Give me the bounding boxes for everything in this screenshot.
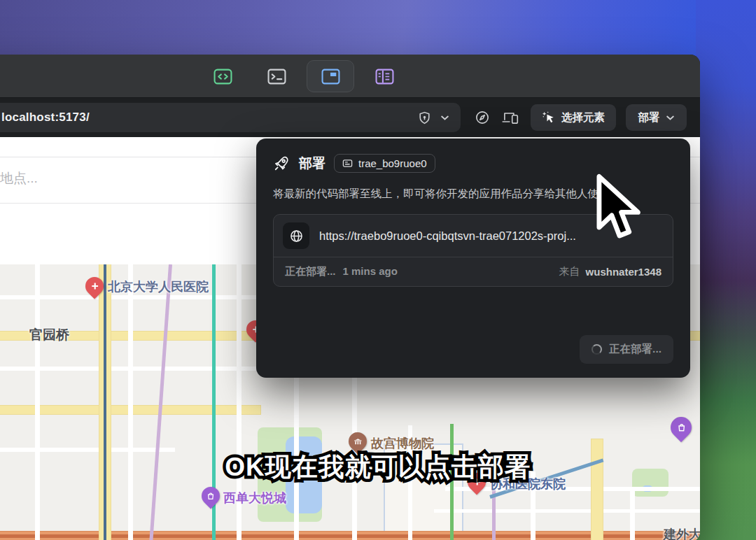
spinner-icon — [592, 344, 602, 355]
tab-details[interactable] — [370, 64, 398, 89]
deploy-popup: 部署 trae_bo9ruoe0 将最新的代码部署至线上，即可将你开发的应用作品… — [256, 138, 690, 378]
tab-preview[interactable] — [307, 60, 354, 92]
ide-view-toolbar — [0, 55, 700, 98]
address-bar-row: localhost:5173/ 选择元素 部署 — [0, 98, 700, 137]
deploy-button-label: 部署 — [638, 111, 660, 125]
deploying-button[interactable]: 正在部署... — [580, 335, 673, 364]
from-label: 来自 — [559, 265, 580, 278]
deployment-status-row: 正在部署... 1 mins ago 来自 wushnater1348 — [274, 257, 673, 286]
shopping-pin-icon[interactable] — [198, 483, 224, 509]
map-road — [35, 264, 40, 540]
deployment-status: 正在部署... — [285, 265, 336, 278]
deploy-description: 将最新的代码部署至线上，即可将你开发的应用作品分享给其他人使用。 — [273, 184, 659, 203]
code-tab-icon — [214, 69, 232, 85]
tab-code[interactable] — [209, 64, 237, 89]
url-input[interactable]: localhost:5173/ — [0, 103, 461, 132]
select-element-button[interactable]: 选择元素 — [531, 104, 616, 131]
deploy-popup-header: 部署 trae_bo9ruoe0 — [273, 154, 673, 173]
deploying-button-label: 正在部署... — [609, 342, 662, 357]
map-road — [434, 509, 700, 513]
shopping-pin-icon[interactable] — [666, 413, 696, 442]
map-label-bridge: 官园桥 — [29, 326, 69, 344]
project-badge-icon — [342, 158, 353, 169]
map-road — [0, 295, 266, 299]
deployment-author: wushnater1348 — [586, 266, 662, 278]
globe-icon — [283, 222, 309, 249]
map-label-street: 建外大街 — [664, 526, 700, 540]
project-badge-label: trae_bo9ruoe0 — [358, 157, 427, 169]
map-subway-line — [104, 264, 106, 540]
deployment-url-card: https://traebo9ruoe0-cqibqtsvn-trae07120… — [273, 214, 673, 287]
map-subway-line — [149, 264, 172, 540]
chevron-down-icon — [666, 115, 675, 121]
preview-tab-icon — [321, 69, 340, 85]
details-tab-icon — [375, 69, 394, 85]
chevron-down-icon[interactable] — [440, 115, 449, 121]
map-label-mall: 西单大悦城 — [223, 490, 286, 506]
select-cursor-icon — [542, 111, 556, 125]
shield-icon[interactable] — [417, 111, 432, 125]
map-label-hospital: 北京大学人民医院 — [108, 278, 209, 295]
project-badge[interactable]: trae_bo9ruoe0 — [334, 154, 435, 173]
video-subtitle: OK现在我就可以点击部署 — [0, 450, 756, 485]
terminal-tab-icon — [267, 69, 286, 85]
tab-terminal[interactable] — [262, 64, 290, 89]
map-road — [630, 487, 635, 540]
map-road — [128, 264, 133, 540]
deployment-time: 1 mins ago — [343, 265, 398, 278]
search-input[interactable]: 搜索地点... — [0, 169, 38, 187]
select-element-label: 选择元素 — [561, 111, 605, 125]
url-text: localhost:5173/ — [1, 111, 90, 125]
deployment-url: https://traebo9ruoe0-cqibqtsvn-trae07120… — [319, 229, 576, 243]
deployment-url-row[interactable]: https://traebo9ruoe0-cqibqtsvn-trae07120… — [274, 215, 673, 257]
deploy-popup-title: 部署 — [299, 155, 326, 173]
devices-icon[interactable] — [498, 106, 522, 129]
rocket-icon — [273, 155, 290, 172]
compass-icon[interactable] — [470, 106, 494, 129]
deploy-button[interactable]: 部署 — [626, 104, 687, 131]
